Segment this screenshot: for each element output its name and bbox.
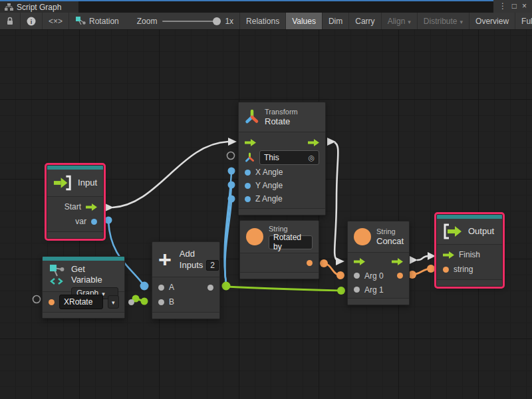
port-this[interactable]: This ◎ xyxy=(239,150,325,166)
zoom-value: 1x xyxy=(225,17,233,26)
values-label: Values xyxy=(292,17,316,26)
window-controls: ⋮ □ × xyxy=(493,0,532,13)
zoom-control: Zoom 1x xyxy=(125,13,239,29)
port-y-angle[interactable]: Y Angle xyxy=(239,179,325,192)
port-label: Finish xyxy=(459,250,480,259)
carry-toggle[interactable]: Carry xyxy=(349,13,381,29)
zoom-slider[interactable] xyxy=(162,21,219,22)
node-title: Get Variable xyxy=(71,264,118,285)
overview-label: Overview xyxy=(475,17,509,26)
port-label: Z Angle xyxy=(255,194,283,203)
info-button[interactable]: i xyxy=(21,13,43,29)
port-label: string xyxy=(454,265,473,274)
carry-label: Carry xyxy=(355,17,374,26)
tab-label: Script Graph xyxy=(17,3,61,12)
graph-toolbar: i <×> Rotation Zoom 1x Relations Value xyxy=(0,13,532,30)
node-get-variable[interactable]: Get Variable Graph ▾ XRotate ▾ xyxy=(42,256,125,319)
port-var[interactable]: var xyxy=(47,214,103,229)
tab-script-graph[interactable]: Script Graph xyxy=(0,1,78,13)
align-label: Align xyxy=(388,17,406,26)
value-port-icon xyxy=(245,196,251,202)
node-add[interactable]: + Add Inputs 2 A B xyxy=(152,241,220,319)
zoom-label: Zoom xyxy=(137,17,158,26)
node-footer xyxy=(239,209,325,215)
port-label: Y Angle xyxy=(255,181,283,190)
close-icon[interactable]: × xyxy=(522,0,527,13)
fullscreen-button[interactable]: Full Screen xyxy=(515,13,532,29)
port-string-out[interactable] xyxy=(240,255,319,271)
transform-rotate-icon xyxy=(245,109,259,125)
object-picker-icon[interactable]: ◎ xyxy=(308,154,315,162)
distribute-dropdown[interactable]: Distribute ▾ xyxy=(418,13,469,29)
lock-icon xyxy=(6,17,14,25)
info-icon: i xyxy=(27,17,36,26)
transform-port-icon xyxy=(245,152,255,163)
port-start[interactable]: Start xyxy=(47,200,103,214)
port-arg1[interactable]: Arg 1 xyxy=(348,283,409,297)
port-string[interactable]: string xyxy=(437,262,502,277)
relations-toggle[interactable]: Relations xyxy=(239,13,286,29)
flow-row[interactable] xyxy=(348,254,409,269)
distribute-caret-icon: ▾ xyxy=(460,19,464,25)
this-value: This xyxy=(264,153,279,162)
dim-toggle[interactable]: Dim xyxy=(323,13,349,29)
inputs-count-field[interactable]: 2 xyxy=(206,260,219,271)
node-get-variable-header[interactable]: Get Variable Graph ▾ xyxy=(43,261,124,291)
port-label: X Angle xyxy=(255,168,283,177)
node-input-header[interactable]: Input xyxy=(47,170,103,196)
get-variable-icon xyxy=(49,264,66,285)
variable-name-field[interactable]: XRotate xyxy=(59,295,103,309)
node-input[interactable]: Input Start var xyxy=(47,165,104,239)
node-footer xyxy=(152,313,219,319)
overview-button[interactable]: Overview xyxy=(469,13,515,29)
relations-label: Relations xyxy=(246,17,279,26)
value-port-icon xyxy=(158,285,164,291)
value-port-icon xyxy=(91,219,97,225)
flow-row[interactable] xyxy=(239,135,325,150)
node-footer xyxy=(43,313,124,318)
node-footer xyxy=(240,273,319,279)
graph-tab-icon xyxy=(5,3,13,11)
distribute-label: Distribute xyxy=(424,17,458,26)
input-node-icon xyxy=(53,175,72,191)
port-finish[interactable]: Finish xyxy=(437,247,502,262)
maximize-icon[interactable]: □ xyxy=(512,0,517,13)
node-concat-header[interactable]: String Concat xyxy=(348,221,409,252)
node-string-literal[interactable]: String Rotated by xyxy=(239,220,319,279)
values-toggle[interactable]: Values xyxy=(286,13,323,29)
value-port-icon xyxy=(49,299,55,305)
flow-in-icon xyxy=(354,258,365,265)
this-target-field[interactable]: This ◎ xyxy=(259,150,319,165)
graph-breadcrumb-icon xyxy=(75,16,86,26)
port-b[interactable]: B xyxy=(152,295,219,309)
node-output[interactable]: Output Finish string xyxy=(436,214,503,287)
node-concat[interactable]: String Concat Arg 0 xyxy=(347,221,410,305)
port-variable-name[interactable]: XRotate ▾ xyxy=(43,293,124,311)
string-value-field[interactable]: Rotated by xyxy=(269,235,313,249)
port-z-angle[interactable]: Z Angle xyxy=(239,192,325,205)
node-add-header[interactable]: + Add Inputs 2 xyxy=(152,242,219,277)
node-rotate-header[interactable]: Transform Rotate xyxy=(239,102,325,132)
lock-button[interactable] xyxy=(0,13,21,29)
code-view-glyph: <×> xyxy=(49,17,63,26)
port-arg0[interactable]: Arg 0 xyxy=(348,269,409,283)
port-a[interactable]: A xyxy=(152,280,219,295)
node-output-header[interactable]: Output xyxy=(437,219,502,244)
value-port-icon xyxy=(397,273,403,279)
port-x-angle[interactable]: X Angle xyxy=(239,166,325,179)
node-string-literal-header[interactable]: String Rotated by xyxy=(240,221,319,253)
node-rotate[interactable]: Transform Rotate xyxy=(238,102,326,215)
node-title-line2: Inputs xyxy=(180,260,203,271)
string-type-icon xyxy=(354,228,371,245)
output-node-icon xyxy=(443,223,463,239)
node-footer xyxy=(348,299,409,305)
code-view-button[interactable]: <×> xyxy=(43,13,69,29)
node-title: Input xyxy=(78,178,97,188)
zoom-slider-handle[interactable] xyxy=(213,17,221,25)
node-footer xyxy=(437,280,502,286)
variable-picker-button[interactable]: ▾ xyxy=(108,295,119,309)
value-port-icon xyxy=(158,299,164,305)
window-menu-icon[interactable]: ⋮ xyxy=(499,0,507,13)
graph-breadcrumb[interactable]: Rotation xyxy=(69,13,125,29)
align-dropdown[interactable]: Align ▾ xyxy=(382,13,418,29)
